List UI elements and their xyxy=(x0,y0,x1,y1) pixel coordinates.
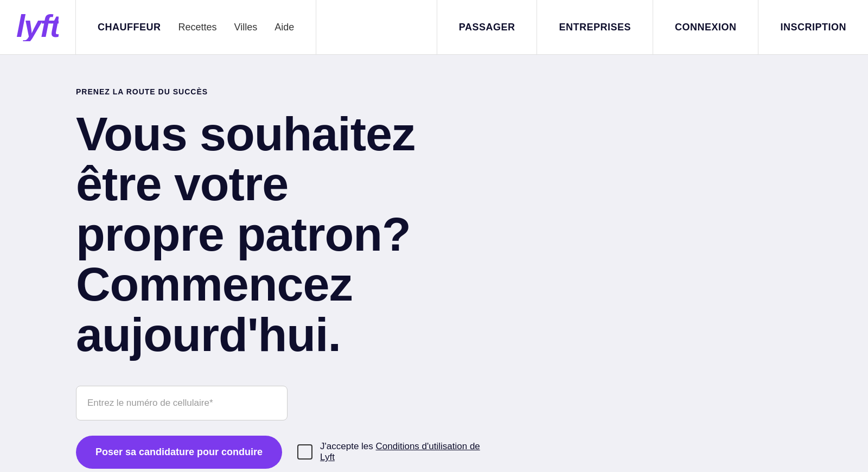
logo-area[interactable]: lyft xyxy=(0,0,76,54)
terms-label: J'accepte les Conditions d'utilisation d… xyxy=(320,441,488,463)
nav-aide[interactable]: Aide xyxy=(275,22,294,33)
hero-title: Vous souhaitez être votre propre patron?… xyxy=(76,109,488,360)
nav-connexion[interactable]: CONNEXION xyxy=(653,0,758,54)
site-header: lyft CHAUFFEUR Recettes Villes Aide PASS… xyxy=(0,0,868,55)
hero-line2: propre patron? xyxy=(76,207,411,261)
right-nav: PASSAGER ENTREPRISES CONNEXION INSCRIPTI… xyxy=(437,0,868,54)
lyft-logo[interactable]: lyft xyxy=(15,9,59,46)
terms-checkbox[interactable] xyxy=(297,444,312,460)
apply-button[interactable]: Poser sa candidature pour conduire xyxy=(76,436,282,469)
chauffeur-nav: CHAUFFEUR Recettes Villes Aide xyxy=(76,0,316,54)
terms-prefix: J'accepte les xyxy=(320,441,375,451)
phone-input[interactable] xyxy=(76,386,288,420)
svg-text:lyft: lyft xyxy=(16,9,59,41)
page-subtitle: PRENEZ LA ROUTE DU SUCCÈS xyxy=(76,87,488,96)
nav-passager[interactable]: PASSAGER xyxy=(437,0,537,54)
terms-checkbox-row: J'accepte les Conditions d'utilisation d… xyxy=(297,441,488,463)
phone-input-wrapper xyxy=(76,386,488,420)
nav-inscription[interactable]: INSCRIPTION xyxy=(758,0,868,54)
nav-entreprises[interactable]: ENTREPRISES xyxy=(537,0,653,54)
nav-recettes[interactable]: Recettes xyxy=(178,22,217,33)
main-content: PRENEZ LA ROUTE DU SUCCÈS Vous souhaitez… xyxy=(0,55,488,472)
nav-chauffeur-main[interactable]: CHAUFFEUR xyxy=(98,22,161,33)
hero-line3: Commencez aujourd'hui. xyxy=(76,257,352,361)
nav-villes[interactable]: Villes xyxy=(234,22,258,33)
hero-line1: Vous souhaitez être votre xyxy=(76,107,415,211)
cta-row: Poser sa candidature pour conduire J'acc… xyxy=(76,436,488,469)
